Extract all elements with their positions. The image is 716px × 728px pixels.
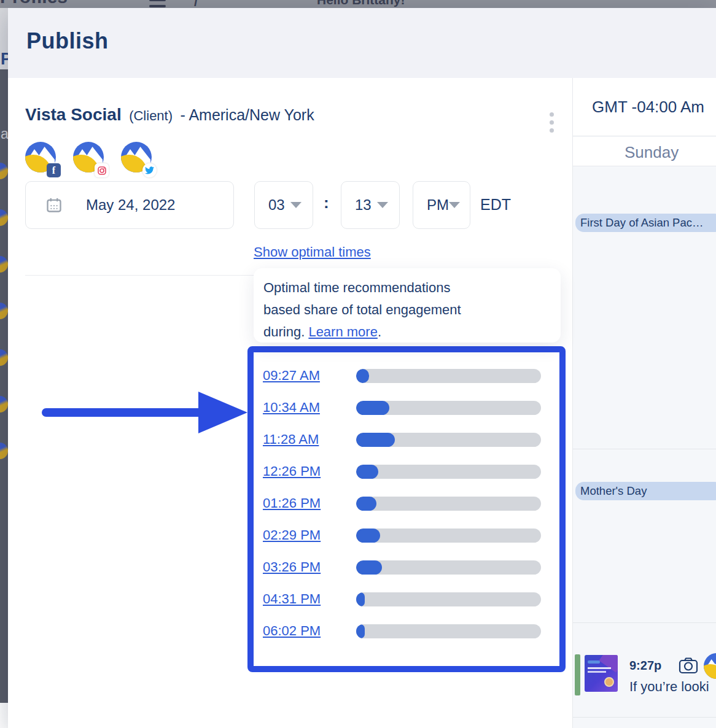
scheduled-post-preview[interactable]: 9:27p If you’re looki: [573, 646, 716, 695]
tooltip-line-2: based share of total engagement: [263, 299, 551, 321]
calendar-event-first-day-asian-pacific[interactable]: First Day of Asian Pac…: [575, 214, 716, 232]
optimal-time-row: 02:29 PM: [263, 519, 559, 551]
hamburger-menu-icon: [149, 0, 166, 8]
composer-pane: Vista Social (Client) - America/New York…: [8, 78, 572, 728]
publish-modal: Publish Vista Social (Client) - America/…: [8, 8, 716, 728]
profile-group-title: Vista Social (Client) - America/New York: [25, 105, 314, 125]
engagement-bar-fill: [356, 465, 378, 479]
post-time: 9:27p: [629, 659, 661, 673]
profile-group-name: Vista Social: [25, 105, 122, 124]
engagement-bar: [356, 560, 541, 575]
background-sidebar-dimmed: a: [0, 69, 8, 703]
calendar-event-mothers-day[interactable]: Mother's Day: [575, 482, 716, 500]
background-slash: /: [194, 0, 198, 8]
profile-group-type: (Client): [129, 108, 173, 123]
minute-value: 13: [355, 196, 372, 214]
background-left-light: P: [0, 8, 8, 69]
optimal-times-tooltip: Optimal time recommendations based share…: [254, 268, 561, 343]
engagement-bar-fill: [356, 433, 395, 447]
post-caption: If you’re looki: [629, 679, 709, 695]
profile-avatar-instagram[interactable]: [73, 142, 104, 172]
optimal-time-row: 09:27 AM: [263, 360, 559, 392]
post-profile-avatar: [704, 653, 716, 679]
optimal-time-row: 04:31 PM: [263, 583, 559, 615]
background-left-bottom: [0, 703, 8, 728]
calendar-section-line: [573, 622, 716, 623]
chevron-down-icon: [290, 202, 302, 208]
background-top-bar: Profiles / Hello Brittany!: [0, 0, 716, 8]
profile-avatar-facebook[interactable]: f: [25, 142, 56, 172]
background-left-edge: P a: [0, 8, 8, 728]
calendar-day-header[interactable]: Sunday: [625, 143, 679, 162]
engagement-bar-fill: [356, 529, 380, 543]
engagement-bar-fill: [356, 560, 382, 575]
engagement-bar-fill: [356, 624, 365, 638]
chevron-down-icon: [449, 202, 460, 208]
calendar-section-line: [573, 449, 716, 449]
optimal-time-link[interactable]: 02:29 PM: [263, 527, 356, 543]
engagement-bar-fill: [356, 592, 365, 606]
show-optimal-times-link[interactable]: Show optimal times: [254, 244, 371, 260]
optimal-time-link[interactable]: 03:26 PM: [263, 559, 356, 575]
facebook-icon: f: [47, 163, 61, 177]
instagram-icon: [95, 163, 109, 177]
annotation-arrow-head: [198, 392, 247, 433]
optimal-time-link[interactable]: 10:34 AM: [263, 400, 356, 416]
calendar-icon: [45, 196, 63, 214]
background-partial-letter-p: P: [1, 50, 8, 69]
more-options-icon[interactable]: [547, 112, 556, 141]
background-greeting: Hello Brittany!: [317, 0, 405, 7]
twitter-icon: [142, 163, 157, 177]
calendar-preview: GMT -04:00 Am Sunday First Day of Asian …: [572, 78, 716, 728]
selected-profiles: f: [25, 142, 152, 172]
optimal-time-link[interactable]: 09:27 AM: [263, 368, 356, 384]
optimal-time-link[interactable]: 01:26 PM: [263, 495, 356, 511]
background-profile-avatar: [0, 256, 8, 273]
date-value: May 24, 2022: [86, 196, 175, 214]
engagement-bar: [356, 624, 541, 638]
optimal-time-link[interactable]: 12:26 PM: [263, 463, 356, 479]
modal-header: Publish: [8, 8, 716, 78]
optimal-time-row: 06:02 PM: [263, 615, 559, 647]
event-label: Mother's Day: [580, 484, 647, 498]
annotation-arrow-line: [42, 408, 203, 417]
calendar-day-header-row: Sunday: [573, 137, 716, 166]
optimal-time-row: 12:26 PM: [263, 455, 559, 487]
calendar-timezone-row: GMT -04:00 Am: [573, 78, 716, 136]
engagement-bar: [356, 433, 541, 447]
profile-group-timezone: - America/New York: [181, 106, 314, 123]
background-profile-avatar: [0, 303, 8, 319]
optimal-time-link[interactable]: 06:02 PM: [263, 623, 356, 639]
background-profile-avatar: [0, 349, 8, 366]
learn-more-link[interactable]: Learn more: [308, 324, 378, 339]
background-partial-letter-a: a: [1, 126, 8, 142]
engagement-bar-fill: [356, 497, 376, 511]
event-label: First Day of Asian Pac…: [580, 216, 703, 230]
post-status-accent: [575, 654, 580, 695]
timezone-abbreviation: EDT: [480, 196, 511, 214]
background-profile-avatar: [0, 209, 8, 226]
engagement-bar: [356, 592, 541, 606]
tooltip-line-3-text: during.: [263, 324, 308, 339]
optimal-time-row: 03:26 PM: [263, 551, 559, 583]
meridiem-select[interactable]: PM: [413, 181, 470, 229]
modal-title: Publish: [26, 28, 109, 54]
optimal-times-panel: 09:27 AM 10:34 AM 11:28 AM 12:26 PM 01:2…: [247, 346, 566, 672]
optimal-time-link[interactable]: 04:31 PM: [263, 591, 356, 607]
tooltip-line-3: during. Learn more.: [263, 321, 551, 343]
tooltip-line-1: Optimal time recommendations: [263, 277, 551, 299]
optimal-time-row: 11:28 AM: [263, 424, 559, 455]
optimal-time-row: 01:26 PM: [263, 487, 559, 519]
hour-value: 03: [268, 196, 285, 214]
optimal-time-link[interactable]: 11:28 AM: [263, 432, 356, 447]
engagement-bar: [356, 465, 541, 479]
screen: Profiles / Hello Brittany! P a Publish V…: [0, 0, 716, 728]
minute-select[interactable]: 13: [341, 181, 400, 229]
time-separator: :: [324, 193, 329, 212]
background-profile-avatar: [0, 163, 8, 179]
date-picker[interactable]: May 24, 2022: [25, 181, 234, 229]
tooltip-line-3-suffix: .: [378, 324, 381, 339]
hour-select[interactable]: 03: [254, 181, 313, 229]
profile-avatar-twitter[interactable]: [121, 142, 152, 172]
engagement-bar: [356, 401, 541, 415]
